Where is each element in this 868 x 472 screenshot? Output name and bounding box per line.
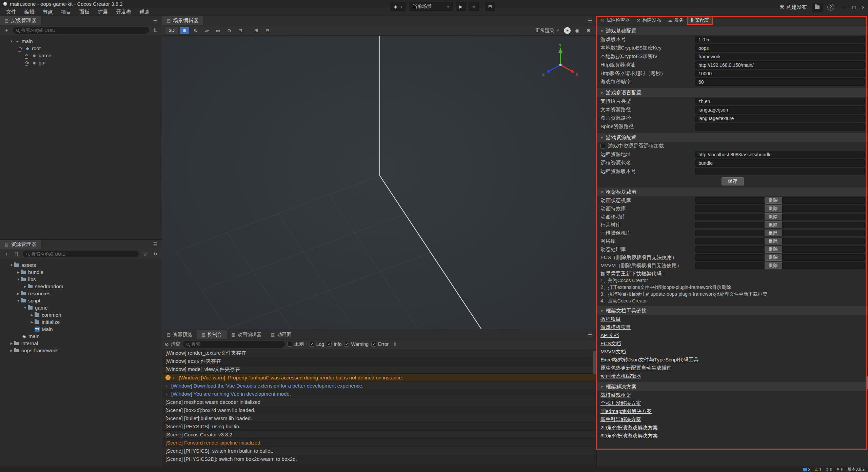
rotate-tool-button[interactable]: ↻ [191,27,200,34]
log-row[interactable]: ! › [Window] [Vue warn]: Property "onInp… [162,374,596,382]
delete-button[interactable]: 删除 [765,230,782,236]
tree-arrow-icon[interactable]: ▼ [22,306,28,310]
doc-link[interactable]: 游戏模板项目 [600,324,631,331]
log-row[interactable]: [Scene] [PHYSICS2D]: switch from box2d-w… [162,455,596,463]
doc-link[interactable]: API文档 [600,332,619,339]
lang-texture-path-input[interactable] [695,115,865,122]
crypto-iv-input[interactable] [695,53,865,60]
create-node-button[interactable]: + [3,27,10,33]
log-row[interactable]: [Window] model_view文件夹存在 [162,366,596,374]
tree-arrow-icon[interactable]: ▼ [9,263,14,267]
log-row[interactable]: [Scene] Forward render pipeline initiali… [162,439,596,447]
hierarchy-search-input[interactable] [21,28,145,33]
lang-json-path-input[interactable] [695,106,865,114]
remote-version-input[interactable] [695,168,865,175]
section-game-basic-config[interactable]: ∨ 游戏基础配置 [597,26,868,35]
section-solutions[interactable]: ∨ 框架解决方案 [597,382,868,391]
toggle-3d-button[interactable]: 3D [165,27,178,34]
scene-gizmo-settings-button[interactable]: ⚙ [584,27,593,34]
solution-link[interactable]: Tiledmap地图解决方案 [600,408,652,415]
expand-chevron-icon[interactable]: › [173,375,179,380]
create-asset-button[interactable]: + [3,251,10,257]
assets-search-input[interactable] [32,252,135,257]
menu-developer[interactable]: 开发者 [112,8,135,16]
log-row[interactable]: [Scene] [box2d]:box2d wasm lib loaded. [162,406,596,414]
solution-link[interactable]: 2D角色扮演游戏解决方案 [600,425,658,431]
console-search[interactable] [183,341,285,348]
delete-button[interactable]: 删除 [765,221,782,228]
solution-link[interactable]: 战棋游戏框架 [600,392,631,398]
asset-row-bundle[interactable]: ▶ bundle [0,269,162,276]
open-project-folder-button[interactable] [812,3,823,12]
regex-filter[interactable]: 正则 [288,341,304,347]
expand-chevron-icon[interactable]: › [165,383,171,388]
log-row[interactable]: [Scene] meshopt wasm decoder initialized [162,398,596,406]
tree-arrow-icon[interactable]: ▶ [29,313,35,317]
snap-grid-button[interactable]: ⊞ [252,27,261,34]
export-log-icon[interactable]: ⇓ [391,341,399,347]
remote-load-checkbox[interactable] [600,144,605,149]
doc-link[interactable]: MVVM文档 [600,349,626,355]
log-checkbox[interactable]: ✓ [310,342,314,347]
menu-file[interactable]: 文件 [2,8,20,16]
save-button[interactable]: 保存 [722,177,744,185]
asset-row-assets[interactable]: ▼ assets [0,261,162,269]
inspector-scrollbar[interactable] [866,376,868,390]
axis-gizmo[interactable]: Y X Z [540,43,581,84]
tree-arrow-icon[interactable]: ▶ [29,320,35,324]
tab-property-inspector[interactable]: ◎ 属性检查器 [597,16,633,25]
tab-asset-preview[interactable]: ▤ 资源预览 [162,330,197,339]
tab-animation-graph[interactable]: ▨ 动画图 [266,330,296,339]
doc-link[interactable]: ECS文档 [600,340,621,347]
delete-button[interactable]: 删除 [765,197,782,204]
snap-settings-button[interactable]: ⊟ [263,27,272,34]
asset-row-main-ts[interactable]: TS Main [0,326,162,333]
console-scrollbar[interactable] [593,351,596,374]
pivot-toggle-button[interactable]: ⊙ [225,27,234,34]
http-server-input[interactable] [695,61,865,69]
refresh-assets-icon[interactable]: ↻ [152,251,159,257]
asset-row-script[interactable]: ▼ script [0,297,162,304]
asset-row-resources[interactable]: ▶ resources [0,290,162,297]
scene-select[interactable]: 当前场景 ∨ [409,2,453,11]
lock-icon[interactable] [25,63,28,66]
menu-edit[interactable]: 编辑 [20,8,39,16]
play-button[interactable]: ▶ [456,2,466,11]
tree-arrow-icon[interactable]: ▼ [9,40,14,43]
warning-count[interactable]: ⚠ 1 [814,467,822,472]
asset-row-libs[interactable]: ▼ libs [0,276,162,283]
hierarchy-node-root[interactable]: ▼ ◆ root [0,45,162,52]
log-row[interactable]: › [Window] You are running Vue in develo… [162,390,596,398]
scene-viewport[interactable]: Y X Z [162,36,596,330]
error-count[interactable]: ⊘ 0 [826,467,832,472]
tab-framework-config[interactable]: 框架配置 [687,16,713,25]
scene-light-toggle[interactable]: ☀ [564,27,571,34]
log-filter[interactable]: ✓ Log [310,341,324,347]
solution-link[interactable]: 3D角色扮演游戏解决方案 [600,433,658,439]
tree-arrow-icon[interactable]: ▶ [9,349,14,352]
tab-console[interactable]: ▥ 控制台 [197,330,226,339]
http-timeout-input[interactable] [695,70,865,77]
spine-path-input[interactable] [695,123,865,131]
tab-assets[interactable]: ▤ 资源管理器 [0,240,41,249]
menu-extension[interactable]: 扩展 [94,8,112,16]
tab-scene-editor[interactable]: ▤ 场景编辑器 [162,16,203,25]
remote-url-input[interactable] [695,151,865,158]
assets-filter-icon[interactable]: ▽ [141,251,149,257]
expand-chevron-icon[interactable]: › [165,391,171,396]
clear-console-button[interactable]: ⊘ 清空 [165,341,180,347]
lock-icon[interactable] [18,49,21,52]
layout-button[interactable]: ⊞ [485,2,495,11]
sort-assets-icon[interactable]: ⇅ [13,251,20,257]
asset-row-oops-framework[interactable]: ▶ oops-framework [0,347,162,354]
asset-row-internal[interactable]: ▶ internal [0,340,162,347]
asset-row-seedrandom[interactable]: ▶ seedrandom [0,283,162,290]
delete-button[interactable]: 删除 [765,213,782,220]
panel-menu-icon[interactable]: ☰ [149,241,162,248]
tab-services[interactable]: ☁ 服务 [665,16,687,25]
tab-animation-editor[interactable]: ▧ 动画编辑器 [227,330,266,339]
delete-button[interactable]: 删除 [765,246,782,253]
menu-node[interactable]: 节点 [39,8,57,16]
hierarchy-node-gui[interactable]: ▶ ◆ gui [0,59,162,66]
maximize-button[interactable]: □ [852,4,855,10]
